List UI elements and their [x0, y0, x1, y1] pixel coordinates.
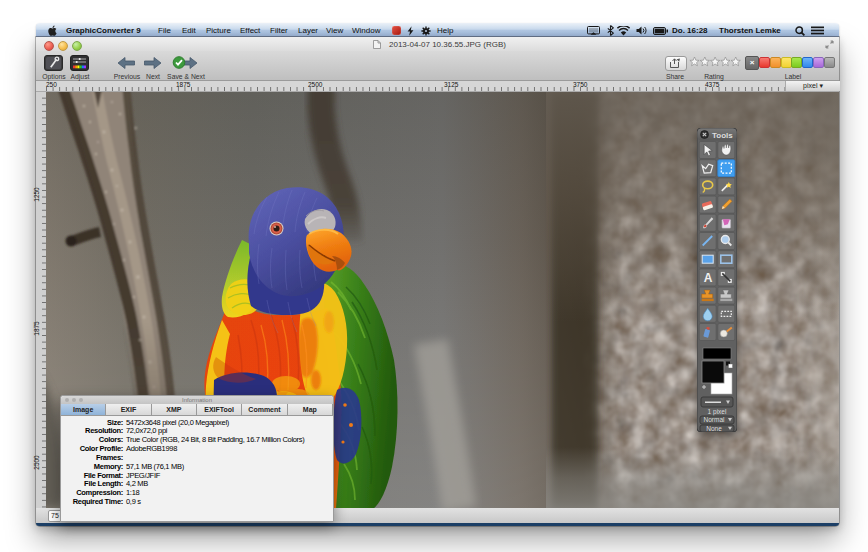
- svg-text:A: A: [704, 271, 713, 285]
- svg-text:1 pixel: 1 pixel: [708, 408, 727, 416]
- svg-text:Tools: Tools: [712, 131, 733, 140]
- svg-text:None: None: [706, 425, 722, 432]
- svg-text:Normal: Normal: [704, 416, 726, 423]
